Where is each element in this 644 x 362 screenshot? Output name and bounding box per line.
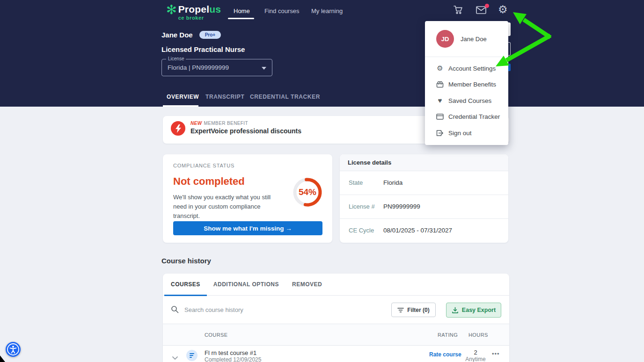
course-history-title: Course history (161, 257, 211, 265)
rate-course-link[interactable]: Rate course (429, 351, 462, 358)
mail-notification-dot (485, 4, 489, 8)
course-hours-type: Anytime (462, 356, 489, 362)
detail-value: PN99999999 (383, 203, 420, 210)
tab-courses[interactable]: COURSES (164, 274, 207, 296)
course-history-card: COURSES ADDITIONAL OPTIONS REMOVED Filte… (163, 274, 509, 362)
filter-button[interactable]: Filter (0) (391, 303, 436, 317)
hero-button-sliver (508, 22, 511, 36)
license-detail-row: State Florida (340, 171, 508, 195)
bolt-icon (171, 121, 185, 136)
course-title: Fl rn test course #1 (205, 349, 256, 356)
detail-label: State (349, 179, 363, 186)
compliance-description: We'll show you exactly what you still ne… (173, 193, 275, 221)
hero-blue-button-sliver (508, 64, 511, 71)
cart-icon[interactable] (453, 5, 463, 17)
search-icon (171, 305, 179, 315)
column-course: COURSE (205, 332, 227, 338)
nav-item-find-courses[interactable]: Find courses (264, 7, 299, 14)
license-details-title: License details (340, 154, 508, 171)
column-hours: HOURS (468, 332, 488, 338)
nav-active-underline (228, 18, 254, 19)
menu-user-name: Jane Doe (461, 36, 487, 43)
profession-title: Licensed Practical Nurse (161, 45, 245, 53)
new-label: NEW (190, 121, 202, 126)
course-history-tabs: COURSES ADDITIONAL OPTIONS REMOVED (163, 274, 509, 296)
ce-broker-dashboard: ✻ Propelus ce broker Home Find courses M… (0, 0, 644, 362)
detail-label: CE Cycle (349, 227, 374, 234)
accessibility-widget-button[interactable] (6, 342, 21, 357)
compliance-kicker: COMPLIANCE STATUS (173, 163, 234, 168)
chevron-down-icon[interactable] (172, 353, 178, 362)
user-dropdown-menu: JD Jane Doe ⚙ Account Settings Member Be… (425, 21, 508, 145)
detail-value: Florida (383, 179, 402, 186)
gear-icon[interactable]: ⚙ (498, 4, 508, 14)
license-details-card: License details State Florida License # … (340, 154, 508, 243)
app-header: ✻ Propelus ce broker Home Find courses M… (0, 0, 644, 107)
table-header: COURSE RATING HOURS (163, 324, 509, 346)
compliance-status-card: COMPLIANCE STATUS Not completed We'll sh… (163, 154, 332, 243)
table-row: Fl rn test course #1 Completed 12/09/202… (163, 346, 509, 362)
arrow-right-icon: → (285, 225, 292, 232)
tab-removed[interactable]: REMOVED (285, 274, 329, 296)
license-select-label: License (166, 56, 186, 61)
select-caret-icon (262, 67, 266, 70)
menu-item-member-benefits[interactable]: Member Benefits (425, 77, 508, 93)
menu-item-sign-out[interactable]: Sign out (425, 125, 508, 141)
tab-transcript[interactable]: TRANSCRIPT (205, 94, 244, 100)
show-missing-button[interactable]: Show me what I'm missing → (173, 221, 322, 235)
tab-overview[interactable]: OVERVIEW (167, 94, 199, 100)
course-type-icon (186, 350, 198, 361)
progress-donut: 54% (292, 176, 323, 208)
sign-out-icon (436, 129, 444, 137)
filter-icon (397, 308, 404, 312)
tab-active-underline (163, 105, 198, 107)
menu-item-account-settings[interactable]: ⚙ Account Settings (425, 60, 508, 77)
search-input[interactable] (184, 303, 362, 316)
gear-icon: ⚙ (436, 65, 444, 72)
heart-icon: ♥ (436, 97, 444, 104)
tab-additional-options[interactable]: ADDITIONAL OPTIONS (207, 274, 285, 296)
license-detail-row: CE Cycle 08/01/2025 - 07/31/2027 (340, 219, 508, 243)
course-subtitle: Completed 12/09/2025 (205, 356, 261, 362)
accessibility-icon (7, 343, 20, 356)
propelus-logo-icon: ✻ (166, 4, 177, 16)
brand-subtitle: ce broker (178, 15, 221, 21)
license-select-value: Florida | PN99999999 (168, 64, 229, 71)
brand-name: Propelus (178, 4, 221, 15)
tab-credential-tracker[interactable]: CREDENTIAL TRACKER (250, 94, 320, 100)
avatar: JD (436, 30, 454, 48)
detail-value: 08/01/2025 - 07/31/2027 (383, 227, 452, 234)
more-options-icon[interactable]: ••• (492, 350, 500, 357)
card-icon (436, 113, 444, 121)
license-detail-row: License # PN99999999 (340, 195, 508, 219)
menu-item-saved-courses[interactable]: ♥ Saved Courses (425, 93, 508, 109)
license-select[interactable]: License Florida | PN99999999 (161, 59, 272, 76)
benefit-kicker: MEMBER BENEFIT (204, 121, 249, 126)
nav-item-home[interactable]: Home (234, 7, 250, 14)
column-rating: RATING (438, 332, 458, 338)
compliance-status-text: Not completed (173, 175, 245, 188)
easy-export-button[interactable]: Easy Export (446, 303, 501, 318)
cursor-corner-artifact (0, 355, 5, 362)
basket-icon (436, 81, 444, 88)
user-name: Jane Doe (161, 31, 193, 39)
nav-item-my-learning[interactable]: My learning (311, 7, 343, 14)
benefit-title: ExpertVoice professional discounts (190, 127, 301, 135)
course-hours: 2 (462, 349, 489, 356)
menu-item-credential-tracker[interactable]: Credential Tracker (425, 109, 508, 125)
progress-percent-label: 54% (292, 176, 323, 208)
download-icon (452, 307, 459, 314)
pro-plus-badge: Pro+ (199, 31, 221, 39)
propelus-logo[interactable]: ✻ Propelus ce broker (166, 4, 221, 21)
detail-label: License # (349, 203, 375, 210)
